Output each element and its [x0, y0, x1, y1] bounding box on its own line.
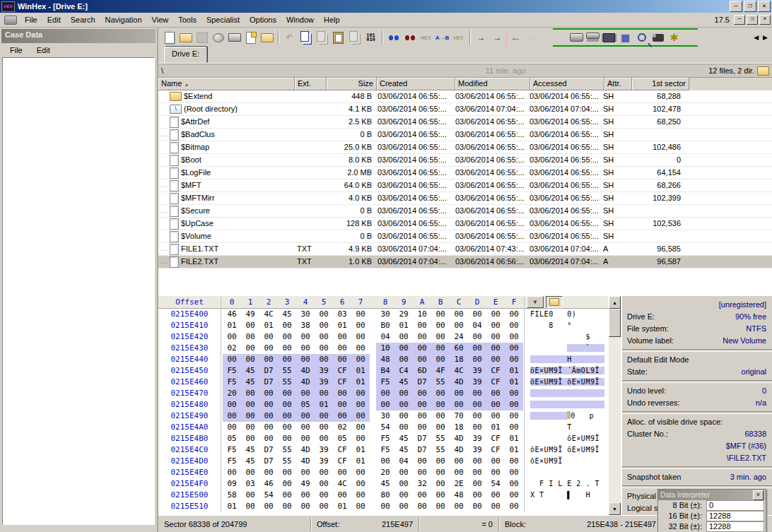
ascii-char[interactable]	[600, 446, 604, 454]
column-header-1st-sector[interactable]: 1st sector	[632, 78, 689, 90]
byte-cell[interactable]: 4D	[450, 433, 468, 444]
byte-cell[interactable]: 39	[315, 456, 333, 467]
byte-cell[interactable]: 00	[431, 490, 450, 501]
byte-cell[interactable]: 00	[468, 501, 486, 512]
byte-cell[interactable]: CF	[333, 377, 351, 388]
byte-cell[interactable]: 00	[394, 467, 413, 478]
save-icon[interactable]	[194, 30, 210, 45]
byte-cell[interactable]: F5	[376, 444, 394, 456]
byte-cell[interactable]: 00	[413, 399, 431, 410]
byte-cell[interactable]: 00	[241, 320, 259, 331]
hex-row-0215E470[interactable]: 0215E47020000000000000000000000000000000	[158, 388, 608, 399]
ascii-char[interactable]: ×	[576, 378, 581, 386]
byte-cell[interactable]: 04	[376, 331, 394, 343]
continue-hex-search-icon[interactable]: HEX	[418, 30, 434, 45]
byte-cell[interactable]: 00	[486, 467, 505, 478]
data-interpreter-window[interactable]: Data Interpreter × 8 Bit (±):016 Bit (±)…	[657, 489, 766, 532]
byte-cell[interactable]: 55	[278, 377, 296, 388]
byte-cell[interactable]: 00	[450, 388, 468, 399]
byte-cell[interactable]: 01	[505, 444, 523, 456]
ascii-char[interactable]	[595, 355, 600, 363]
byte-cell[interactable]: 00	[505, 490, 523, 501]
ascii-char[interactable]	[600, 468, 604, 476]
menu-view[interactable]: View	[147, 14, 174, 25]
byte-cell[interactable]: 00	[468, 331, 486, 343]
byte-cell[interactable]: 01	[505, 433, 523, 444]
byte-cell[interactable]: 00	[259, 422, 278, 433]
ascii-char[interactable]	[600, 378, 604, 386]
ascii-char[interactable]	[558, 401, 563, 408]
byte-cell[interactable]: 00	[468, 422, 486, 433]
byte-cell[interactable]: 39	[315, 365, 333, 377]
ascii-char[interactable]	[585, 389, 590, 397]
byte-cell[interactable]: 55	[278, 365, 296, 377]
byte-cell[interactable]: 30	[376, 309, 394, 320]
ascii-char[interactable]	[549, 412, 554, 420]
hex-row-0215E4F0[interactable]: 0215E4F00903460049004C00450032002E005400…	[158, 478, 608, 490]
file-row--volume[interactable]: $Volume0 B03/06/2014 06:55:...03/06/2014…	[158, 230, 772, 243]
byte-cell[interactable]: 00	[223, 467, 241, 478]
scroll-thumb[interactable]	[609, 309, 621, 337]
byte-cell[interactable]: 49	[296, 478, 315, 490]
byte-cell[interactable]: 00	[431, 456, 450, 467]
ascii-char[interactable]: M	[585, 378, 590, 386]
byte-cell[interactable]: 00	[296, 410, 315, 422]
byte-cell[interactable]: 01	[351, 444, 370, 456]
ram-editor-icon[interactable]	[601, 30, 617, 45]
byte-cell[interactable]: 00	[468, 388, 486, 399]
column-header-accessed[interactable]: Accessed	[530, 78, 604, 90]
close-button[interactable]: ×	[758, 1, 771, 12]
byte-cell[interactable]: 00	[413, 422, 431, 433]
ascii-char[interactable]	[567, 401, 572, 408]
byte-cell[interactable]: 00	[450, 467, 468, 478]
ascii-char[interactable]	[549, 389, 554, 397]
byte-cell[interactable]: 00	[413, 467, 431, 478]
byte-cell[interactable]: 39	[468, 377, 486, 388]
toolbar-scroll-left-icon[interactable]: ◀	[754, 34, 759, 41]
ascii-char[interactable]	[549, 355, 554, 363]
byte-cell[interactable]: 00	[394, 422, 413, 433]
byte-cell[interactable]: 10	[376, 343, 394, 354]
byte-cell[interactable]: 00	[413, 410, 431, 422]
byte-cell[interactable]: 01	[351, 365, 370, 377]
byte-cell[interactable]: 00	[394, 343, 413, 354]
byte-cell[interactable]: 45	[241, 444, 259, 456]
ascii-char[interactable]: õ	[567, 378, 572, 386]
byte-cell[interactable]: 00	[468, 399, 486, 410]
byte-cell[interactable]: 00	[450, 501, 468, 512]
byte-cell[interactable]: 00	[315, 501, 333, 512]
byte-cell[interactable]: 00	[394, 478, 413, 490]
byte-cell[interactable]: 00	[351, 490, 370, 501]
file-row--root-directory-[interactable]: \(Root directory)4.1 KB03/06/2014 06:55:…	[158, 103, 772, 116]
byte-cell[interactable]: 01	[333, 501, 351, 512]
ascii-char[interactable]	[600, 502, 604, 510]
hex-ascii[interactable]: T	[525, 422, 604, 433]
byte-cell[interactable]: 01	[333, 320, 351, 331]
byte-cell[interactable]: 01	[351, 456, 370, 467]
byte-cell[interactable]: 00	[505, 422, 523, 433]
byte-cell[interactable]: 01	[394, 320, 413, 331]
byte-cell[interactable]: 00	[278, 320, 296, 331]
byte-cell[interactable]: 00	[468, 343, 486, 354]
byte-cell[interactable]: 00	[296, 422, 315, 433]
file-row--attrdef[interactable]: $AttrDef2.5 KB03/06/2014 06:55:...03/06/…	[158, 116, 772, 129]
byte-cell[interactable]: 00	[296, 467, 315, 478]
byte-cell[interactable]: CF	[486, 377, 505, 388]
byte-cell[interactable]: 45	[394, 377, 413, 388]
byte-cell[interactable]: 01	[223, 320, 241, 331]
byte-cell[interactable]: CF	[486, 365, 505, 377]
ascii-char[interactable]	[539, 412, 544, 420]
byte-cell[interactable]: 00	[413, 490, 431, 501]
options-gear-icon[interactable]: ✱	[666, 30, 682, 45]
hex-bytes[interactable]: 0903460049004C00450032002E005400	[221, 478, 525, 490]
byte-cell[interactable]: 00	[278, 410, 296, 422]
byte-cell[interactable]: 4D	[296, 365, 315, 377]
hex-ascii[interactable]: H	[525, 354, 604, 365]
byte-cell[interactable]: 00	[241, 490, 259, 501]
open-folder-icon[interactable]	[259, 30, 275, 45]
byte-cell[interactable]: 00	[259, 501, 278, 512]
byte-cell[interactable]: 00	[259, 388, 278, 399]
byte-cell[interactable]: 00	[259, 354, 278, 365]
byte-cell[interactable]: CF	[333, 365, 351, 377]
byte-cell[interactable]: 00	[259, 467, 278, 478]
